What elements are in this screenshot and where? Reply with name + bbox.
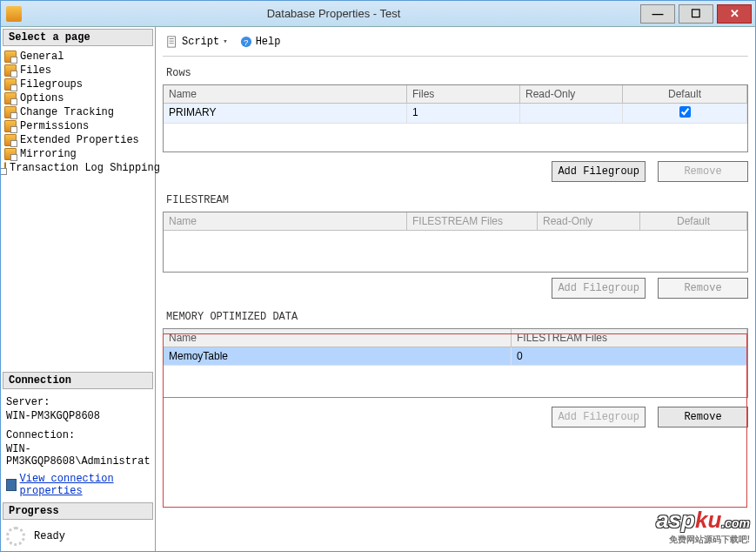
col-files: Files xyxy=(407,85,520,104)
sidebar-item-extended-properties[interactable]: Extended Properties xyxy=(4,133,151,147)
sidebar-item-log-shipping[interactable]: Transaction Log Shipping xyxy=(4,161,151,175)
help-button[interactable]: ? Help xyxy=(237,34,284,50)
page-icon xyxy=(4,120,17,132)
col-name: Name xyxy=(164,329,512,347)
page-icon xyxy=(4,50,17,63)
filestream-grid: Name FILESTREAM Files Read-Only Default xyxy=(163,212,748,273)
page-nav-list: General Files Filegroups Options Change … xyxy=(1,48,155,177)
remove-button[interactable]: Remove xyxy=(658,278,748,299)
sidebar-item-permissions[interactable]: Permissions xyxy=(4,119,151,133)
remove-button[interactable]: Remove xyxy=(658,407,748,427)
col-readonly: Read-Only xyxy=(538,212,640,231)
progress-spinner-icon xyxy=(6,527,25,546)
script-label: Script xyxy=(182,36,219,48)
cell-readonly[interactable] xyxy=(520,104,623,124)
sidebar-item-label: General xyxy=(20,50,64,63)
default-checkbox[interactable] xyxy=(679,106,691,118)
properties-icon xyxy=(6,479,17,491)
col-default: Default xyxy=(640,212,747,231)
rows-section-label: Rows xyxy=(166,67,748,79)
connection-label: Connection: xyxy=(6,429,150,441)
close-button[interactable]: ✕ xyxy=(717,4,752,24)
add-filegroup-button[interactable]: Add Filegroup xyxy=(552,407,646,427)
sidebar-item-files[interactable]: Files xyxy=(4,64,151,77)
title-bar: Database Properties - Test — ☐ ✕ xyxy=(1,1,755,27)
progress-status: Ready xyxy=(34,530,65,542)
page-icon xyxy=(4,64,17,77)
page-icon xyxy=(4,92,17,104)
col-fs-files: FILESTREAM Files xyxy=(407,212,538,231)
window-title: Database Properties - Test xyxy=(27,7,640,20)
page-icon xyxy=(4,148,17,160)
sidebar-item-label: Filegroups xyxy=(20,78,83,91)
sidebar-item-label: Transaction Log Shipping xyxy=(10,162,160,174)
memory-grid: Name FILESTREAM Files MemoyTable 0 xyxy=(163,328,748,398)
script-icon xyxy=(166,36,178,48)
sidebar-item-label: Options xyxy=(20,92,64,104)
select-page-header: Select a page xyxy=(3,29,153,46)
memory-section-label: MEMORY OPTIMIZED DATA xyxy=(166,311,748,323)
view-connection-properties-link[interactable]: View connection properties xyxy=(20,473,150,497)
sidebar-item-label: Permissions xyxy=(20,120,89,132)
col-name: Name xyxy=(164,212,407,231)
rows-grid: Name Files Read-Only Default PRIMARY 1 xyxy=(163,84,748,152)
cell-default[interactable] xyxy=(623,104,747,124)
help-icon: ? xyxy=(240,36,252,48)
sidebar-item-label: Mirroring xyxy=(20,148,77,160)
sidebar-item-mirroring[interactable]: Mirroring xyxy=(4,147,151,161)
sidebar-item-general[interactable]: General xyxy=(4,50,151,64)
col-fs-files: FILESTREAM Files xyxy=(512,329,747,347)
col-name: Name xyxy=(164,85,407,104)
connection-header: Connection xyxy=(3,372,153,389)
server-value: WIN-PM3KGQP8608 xyxy=(6,410,150,422)
cell-name[interactable]: PRIMARY xyxy=(164,104,407,124)
add-filegroup-button[interactable]: Add Filegroup xyxy=(552,161,646,182)
page-icon xyxy=(4,106,17,118)
help-label: Help xyxy=(256,36,281,48)
sidebar-item-label: Files xyxy=(20,64,51,77)
sidebar-item-options[interactable]: Options xyxy=(4,91,151,105)
cell-files: 1 xyxy=(407,104,520,124)
sidebar-item-change-tracking[interactable]: Change Tracking xyxy=(4,105,151,119)
app-icon xyxy=(6,6,22,22)
filestream-section-label: FILESTREAM xyxy=(166,194,748,206)
minimize-button[interactable]: — xyxy=(640,4,675,24)
add-filegroup-button[interactable]: Add Filegroup xyxy=(552,278,646,299)
page-icon xyxy=(4,134,17,146)
cell-files: 0 xyxy=(512,347,747,366)
chevron-down-icon: ▾ xyxy=(223,37,227,46)
page-icon xyxy=(4,78,17,91)
remove-button[interactable]: Remove xyxy=(658,161,748,182)
sidebar-item-label: Extended Properties xyxy=(20,134,139,146)
page-icon xyxy=(4,162,6,174)
svg-rect-0 xyxy=(168,36,176,46)
cell-name[interactable]: MemoyTable xyxy=(164,347,512,366)
col-readonly: Read-Only xyxy=(520,85,623,104)
script-dropdown[interactable]: Script ▾ xyxy=(163,34,231,50)
sidebar-item-filegroups[interactable]: Filegroups xyxy=(4,77,151,91)
connection-value: WIN-PM3KGQP8608\Administrat xyxy=(6,443,150,468)
table-row[interactable]: PRIMARY 1 xyxy=(164,104,747,124)
col-default: Default xyxy=(623,85,747,104)
svg-text:?: ? xyxy=(244,37,249,47)
maximize-button[interactable]: ☐ xyxy=(679,4,713,24)
progress-header: Progress xyxy=(3,502,153,520)
server-label: Server: xyxy=(6,396,150,408)
table-row[interactable]: MemoyTable 0 xyxy=(164,347,747,366)
sidebar-item-label: Change Tracking xyxy=(20,106,114,118)
